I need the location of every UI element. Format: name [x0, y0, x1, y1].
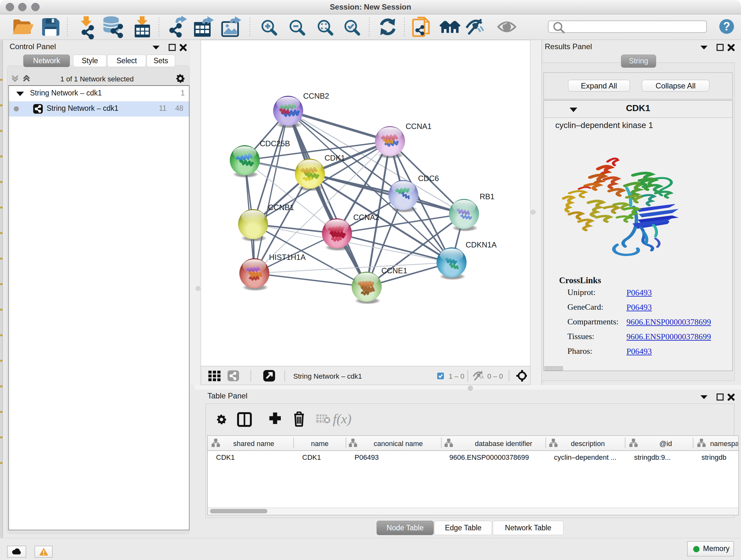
svg-text:description: description: [571, 440, 605, 448]
svg-text:canonical name: canonical name: [374, 440, 423, 448]
svg-text:cyclin–dependent ...: cyclin–dependent ...: [554, 453, 616, 461]
svg-text:name: name: [311, 440, 328, 448]
svg-text:CCNE1: CCNE1: [381, 266, 407, 275]
svg-text:9606.ENSP00000378699: 9606.ENSP00000378699: [449, 453, 529, 461]
svg-text:shared name: shared name: [233, 440, 274, 448]
svg-text:@id: @id: [659, 440, 672, 448]
svg-text:CCNB2: CCNB2: [303, 91, 329, 100]
svg-text:CCNA1: CCNA1: [406, 122, 431, 131]
svg-text:CDKN1A: CDKN1A: [466, 240, 496, 249]
svg-text:database identifier: database identifier: [475, 440, 532, 448]
svg-text:f(x): f(x): [333, 412, 351, 427]
svg-text:String Network – cdk1: String Network – cdk1: [293, 372, 362, 380]
svg-text:?: ?: [723, 20, 730, 33]
svg-text:HIST1H1A: HIST1H1A: [269, 253, 306, 261]
svg-text:CDC25B: CDC25B: [260, 139, 290, 148]
svg-text:CCNA2: CCNA2: [353, 213, 379, 222]
svg-text:CCNB1: CCNB1: [268, 203, 294, 212]
svg-text:1 – 0: 1 – 0: [449, 372, 464, 380]
svg-text:CDK1: CDK1: [302, 453, 321, 461]
svg-text:P06493: P06493: [354, 453, 379, 461]
svg-text:namespace: namespace: [710, 440, 738, 448]
svg-text:stringdb: stringdb: [701, 453, 726, 461]
svg-text:CDC6: CDC6: [418, 174, 439, 183]
svg-text:0 – 0: 0 – 0: [487, 372, 503, 380]
svg-text:stringdb:9...: stringdb:9...: [634, 453, 671, 461]
svg-text:CDK1: CDK1: [325, 153, 345, 162]
svg-text:RB1: RB1: [480, 192, 495, 201]
svg-text:CDK1: CDK1: [216, 453, 235, 461]
